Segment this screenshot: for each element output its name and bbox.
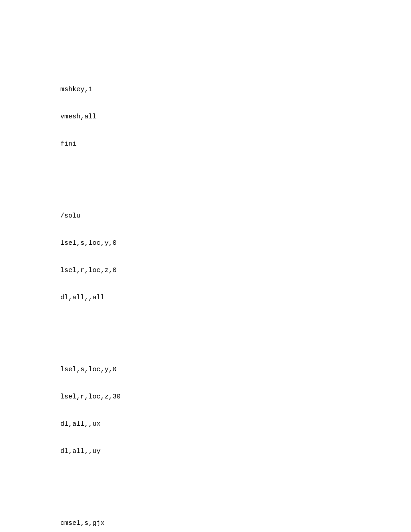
- code-line: cmsel,s,gjx: [60, 519, 411, 528]
- code-line: dl,all,,all: [60, 293, 411, 302]
- code-block-4: cmsel,s,gjx bfl,all,temp,-yyl/(xzxs*gjx_…: [60, 501, 411, 532]
- code-line: lsel,r,loc,z,0: [60, 266, 411, 275]
- code-line: dl,all,,uy: [60, 447, 411, 456]
- code-line: vmesh,all: [60, 113, 411, 121]
- code-line: mshkey,1: [60, 85, 411, 94]
- code-line: lsel,s,loc,y,0: [60, 239, 411, 248]
- code-line: lsel,r,loc,z,30: [60, 393, 411, 402]
- code-block-2: /solu lsel,s,loc,y,0 lsel,r,loc,z,0 dl,a…: [60, 194, 411, 321]
- code-line: fini: [60, 140, 411, 149]
- code-line: /solu: [60, 212, 411, 221]
- code-page: mshkey,1 vmesh,all fini /solu lsel,s,loc…: [0, 0, 411, 532]
- code-line: dl,all,,ux: [60, 420, 411, 429]
- code-line: lsel,s,loc,y,0: [60, 365, 411, 374]
- code-block-3: lsel,s,loc,y,0 lsel,r,loc,z,30 dl,all,,u…: [60, 348, 411, 474]
- code-block-1: mshkey,1 vmesh,all fini: [60, 67, 411, 167]
